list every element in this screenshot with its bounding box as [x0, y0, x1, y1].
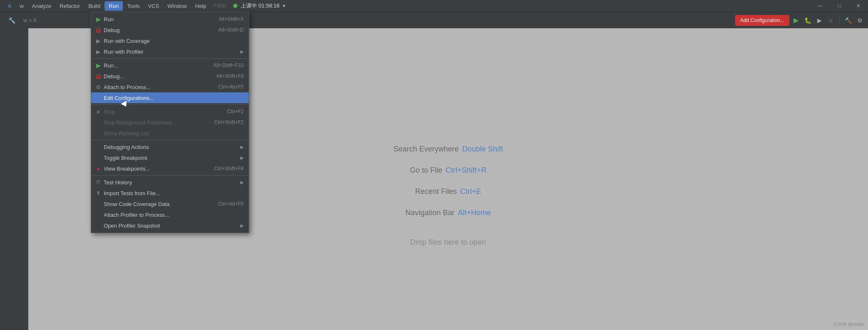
- hint-search-label: Search Everywhere: [393, 145, 459, 154]
- menu-build[interactable]: Build: [84, 1, 105, 11]
- hint-nav-label: Navigation Bar: [405, 208, 454, 217]
- menu-item-attach-shortcut: Ctrl+Alt+F5: [218, 84, 244, 90]
- separator-3: [91, 140, 249, 140]
- run-toolbar-button[interactable]: ▶: [791, 15, 801, 25]
- menu-item-debug-dots-label: Debug...: [104, 73, 124, 79]
- menu-w[interactable]: w: [15, 1, 27, 11]
- menu-item-run-dots[interactable]: ▶ Run... Alt+Shift+F10: [91, 60, 249, 71]
- menu-window[interactable]: Window: [163, 1, 191, 11]
- menu-item-debug[interactable]: 🐞 Debug Alt+Shift+D: [91, 25, 249, 35]
- coverage-toolbar-button[interactable]: ▶: [814, 15, 824, 25]
- debug-dots-icon: 🐞: [95, 73, 102, 79]
- view-bp-icon: ●: [95, 166, 102, 172]
- hint-search-shortcut: Double Shift: [462, 145, 503, 154]
- menu-item-open-profiler-label: Open Profiler Snapshot: [104, 223, 160, 229]
- drop-files-text: Drop files here to open: [410, 238, 486, 247]
- menu-item-attach-profiler-label: Attach Profiler to Process...: [104, 212, 170, 218]
- menu-item-test-history-label: Test History: [104, 179, 132, 186]
- profiler-icon: ▶: [95, 49, 102, 55]
- hint-goto-file: Go to File Ctrl+Shift+R: [410, 166, 486, 175]
- menu-item-stop-label: Stop: [104, 109, 115, 115]
- debug-icon: 🐞: [95, 27, 102, 33]
- menu-item-view-bp[interactable]: ● View Breakpoints... Ctrl+Shift+F8: [91, 163, 249, 174]
- hint-nav-bar: Navigation Bar Alt+Home: [405, 208, 491, 217]
- menu-item-coverage-label: Run with Coverage: [104, 38, 150, 44]
- menu-item-debug-shortcut: Alt+Shift+D: [218, 27, 244, 33]
- menu-item-show-running[interactable]: Show Running List: [91, 128, 249, 139]
- toolbar-icon-1[interactable]: 🔧: [7, 15, 17, 25]
- menu-item-run-coverage[interactable]: ▶ Run with Coverage: [91, 35, 249, 46]
- menu-item-toggle-bp[interactable]: Toggle Breakpoint ▶: [91, 152, 249, 163]
- status-dot: [233, 4, 237, 8]
- debug-actions-arrow-icon: ▶: [240, 144, 244, 150]
- menu-item-import-tests-label: Import Tests from File...: [104, 190, 160, 196]
- menu-vcs[interactable]: VCS: [144, 1, 163, 11]
- menu-item-view-bp-label: View Breakpoints...: [104, 166, 150, 172]
- menu-item-run-shortcut: Alt+Shift+X: [219, 16, 244, 22]
- menu-item-run-label: Run: [104, 16, 114, 22]
- center-hints: Search Everywhere Double Shift Go to Fil…: [393, 145, 503, 247]
- menu-item-show-coverage[interactable]: Show Code Coverage Data Ctrl+Alt+F6: [91, 198, 249, 209]
- hint-search-everywhere: Search Everywhere Double Shift: [393, 145, 503, 154]
- menu-item-view-bp-shortcut: Ctrl+Shift+F8: [214, 166, 244, 171]
- import-icon: ⬆: [95, 190, 102, 196]
- run-icon: ▶: [95, 16, 102, 22]
- app-icon[interactable]: A: [3, 1, 15, 11]
- hint-file-shortcut: Ctrl+Shift+R: [446, 166, 486, 175]
- menu-help[interactable]: Help: [191, 1, 210, 11]
- menu-item-import-tests[interactable]: ⬆ Import Tests from File...: [91, 188, 249, 198]
- add-configuration-button[interactable]: Add Configuration...: [735, 15, 789, 26]
- maximize-button[interactable]: □: [830, 0, 849, 12]
- menu-item-edit-configs[interactable]: Edit Configurations...: [91, 92, 249, 103]
- menu-analyze[interactable]: Analyze: [28, 1, 55, 11]
- menu-item-run-profiler[interactable]: ▶ Run with Profiler ▶: [91, 46, 249, 57]
- menu-item-attach-profiler[interactable]: Attach Profiler to Process...: [91, 209, 249, 220]
- menu-item-debug-dots[interactable]: 🐞 Debug... Alt+Shift+F9: [91, 71, 249, 82]
- separator-2: [91, 104, 249, 105]
- open-profiler-arrow-icon: ▶: [240, 223, 244, 228]
- status-time[interactable]: 上课中 01:58:16: [241, 2, 279, 10]
- menu-item-stop-shortcut: Ctrl+F2: [227, 109, 244, 114]
- minimize-button[interactable]: —: [811, 0, 830, 12]
- menu-item-open-profiler[interactable]: Open Profiler Snapshot ▶: [91, 220, 249, 231]
- close-button[interactable]: ✕: [849, 0, 868, 12]
- menu-item-stop-bg-shortcut: Ctrl+Shift+F2: [214, 119, 244, 125]
- menu-item-run-dots-shortcut: Alt+Shift+F10: [213, 62, 244, 68]
- separator-1: [91, 58, 249, 59]
- status-chevron[interactable]: ▾: [283, 3, 285, 9]
- menu-item-debug-actions[interactable]: Debugging Actions ▶: [91, 141, 249, 152]
- menu-refactor[interactable]: Refactor: [55, 1, 84, 11]
- menu-item-profiler-label: Run with Profiler: [104, 49, 143, 55]
- menu-item-run[interactable]: ▶ Run Alt+Shift+X: [91, 14, 249, 25]
- menu-item-attach[interactable]: ⚙ Attach to Process... Ctrl+Alt+F5: [91, 82, 249, 92]
- menu-item-toggle-bp-label: Toggle Breakpoint: [104, 155, 147, 161]
- run-dots-icon: ▶: [95, 62, 102, 69]
- attach-icon: ⚙: [95, 84, 102, 90]
- dropdown-menu: ▶ Run Alt+Shift+X 🐞 Debug Alt+Shift+D ▶ …: [91, 12, 249, 233]
- stop-toolbar-button[interactable]: ■: [826, 15, 836, 25]
- hint-nav-shortcut: Alt+Home: [458, 208, 491, 217]
- toolbar-right: Add Configuration... ▶ 🐛 ▶ ■ 🔨 ⚙: [735, 15, 865, 26]
- menu-item-show-running-label: Show Running List: [104, 130, 149, 136]
- menu-item-show-coverage-shortcut: Ctrl+Alt+F6: [218, 201, 244, 207]
- menu-bar: A w Analyze Refactor Build Run Tools VCS…: [0, 0, 868, 12]
- shortcut-hint: F30w: [214, 3, 226, 9]
- menu-tools[interactable]: Tools: [123, 1, 144, 11]
- status-area: 上课中 01:58:16 ▾: [233, 0, 285, 12]
- window-controls: — □ ✕: [811, 0, 868, 12]
- separator-4: [91, 175, 249, 176]
- watermark: CSDN @kiddin: [834, 322, 865, 327]
- menu-item-debug-actions-label: Debugging Actions: [104, 144, 149, 150]
- menu-item-stop[interactable]: ■ Stop Ctrl+F2: [91, 106, 249, 117]
- menu-item-show-coverage-label: Show Code Coverage Data: [104, 201, 170, 207]
- build-toolbar-button[interactable]: 🔨: [843, 15, 853, 25]
- menu-item-attach-label: Attach to Process...: [104, 84, 151, 90]
- menu-item-stop-bg[interactable]: Stop Background Processes... Ctrl+Shift+…: [91, 117, 249, 128]
- project-label: w > A: [23, 17, 37, 23]
- menu-item-stop-bg-label: Stop Background Processes...: [104, 119, 177, 126]
- debug-toolbar-button[interactable]: 🐛: [803, 15, 813, 25]
- menu-item-test-history[interactable]: ⏱ Test History ▶: [91, 177, 249, 188]
- menu-run[interactable]: Run: [105, 1, 123, 11]
- settings-toolbar-button[interactable]: ⚙: [855, 15, 865, 25]
- toggle-bp-arrow-icon: ▶: [240, 155, 244, 161]
